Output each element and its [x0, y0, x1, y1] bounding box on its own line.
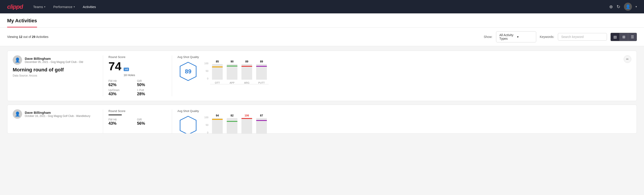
search-input-wrap: [558, 33, 607, 40]
arg-label: ARG: [244, 82, 250, 84]
activity-type-value: All Activity Types: [500, 33, 515, 40]
arg-value-2: 106: [244, 114, 249, 117]
user-details: Dave Billingham December 05, 2021 - Gog …: [25, 57, 83, 64]
user-name: Dave Billingham: [25, 57, 83, 60]
nav-links: Teams ▾ Performance ▾ Activities: [30, 3, 602, 10]
list-dense-view-button[interactable]: ▤: [611, 33, 620, 41]
search-input[interactable]: [558, 33, 607, 40]
fw-hit-label: FW Hit: [108, 80, 132, 82]
round-score-label: Round Score: [108, 55, 161, 59]
arg-bar-container: [242, 64, 252, 80]
user-name-2: Dave Billingham: [25, 111, 90, 114]
keywords-label: Keywords:: [540, 35, 554, 38]
user-info: 👤 Dave Billingham December 05, 2021 - Go…: [13, 55, 92, 65]
quality-title: Avg Shot Quality: [178, 55, 199, 59]
nav-performance[interactable]: Performance ▾: [50, 3, 78, 10]
avatar: 👤: [13, 55, 22, 65]
navbar: clippd Teams ▾ Performance ▾ Activities …: [0, 0, 644, 14]
bar-app-2: 82 APP: [227, 114, 238, 134]
updown-label: Up/Down: [108, 88, 132, 92]
y-axis-2: 100 50 0: [204, 116, 208, 134]
stat-grid-2: FW Hit 43% GIR 56%: [108, 118, 161, 126]
oneputt-label: 1 Putt: [137, 88, 161, 92]
app-logo: clippd: [7, 3, 23, 10]
card-quality: Avg Shot Quality 89: [178, 55, 624, 84]
user-info-2: 👤 Dave Billingham October 16, 2021 - Gog…: [13, 109, 92, 119]
user-date: December 05, 2021 - Gog Magog Golf Club …: [25, 60, 83, 64]
list-icon: ☰: [631, 35, 634, 39]
divider-4: [172, 109, 172, 134]
avatar-2: 👤: [13, 109, 22, 119]
dropdown-chevron-icon: ▾: [517, 35, 533, 38]
app-value: 90: [230, 60, 234, 63]
user-avatar-button[interactable]: 👤: [624, 3, 632, 11]
gir-value-2: 56%: [137, 121, 161, 126]
round-score-label-2: Round Score: [108, 109, 161, 113]
viewing-count-text: Viewing 12 out of 29 Activities: [7, 35, 480, 38]
user-dropdown-chevron[interactable]: ▾: [636, 5, 637, 8]
hexagon-wrap-2: [178, 115, 199, 134]
edit-button[interactable]: ✏: [624, 55, 631, 63]
ott-value-2: 94: [216, 114, 219, 117]
bar-putt: 89 PUTT: [256, 60, 267, 84]
arg-value: 89: [245, 60, 248, 63]
quality-chart-2: 100 50 0 94: [204, 109, 631, 134]
putt-bar-fill: [256, 66, 267, 80]
bar-ott: 85 OTT: [212, 60, 223, 84]
bars-container: 85 OTT 90: [210, 62, 269, 84]
card-quality-2: Avg Shot Quality 100: [178, 109, 631, 134]
main-content: 👤 Dave Billingham December 05, 2021 - Go…: [0, 46, 644, 142]
bar-app: 90 APP: [227, 60, 238, 84]
bar-arg: 89 ARG: [242, 60, 252, 84]
page-title: My Activities: [7, 18, 37, 28]
nav-activities[interactable]: Activities: [80, 3, 99, 10]
y-label-0: 0: [204, 77, 208, 80]
bar-arg-2: 106 ARG: [242, 114, 252, 134]
ott-bar-fill: [212, 66, 223, 80]
updown-value: 43%: [108, 92, 132, 96]
list-view-button[interactable]: ☰: [628, 33, 637, 41]
avatar-icon-2: 👤: [15, 111, 20, 117]
score-row-2: [108, 114, 161, 115]
grid-icon: ⊞: [622, 35, 625, 39]
refresh-button[interactable]: ↻: [616, 4, 620, 9]
grid-view-button[interactable]: ⊞: [620, 33, 628, 41]
nav-teams[interactable]: Teams ▾: [30, 3, 48, 10]
card-stats: Round Score 74 +4 18 Holes FW Hit 62% GI…: [108, 55, 166, 96]
gir-stat-2: GIR 56%: [137, 118, 161, 126]
activity-card: 👤 Dave Billingham December 05, 2021 - Go…: [7, 51, 637, 101]
user-date-2: October 16, 2021 - Gog Magog Golf Club -…: [25, 114, 90, 118]
add-button[interactable]: ⊕: [609, 4, 613, 9]
activity-type-dropdown[interactable]: All Activity Types ▾: [496, 31, 536, 42]
arg-bar-fill: [242, 66, 252, 80]
filters-bar: Viewing 12 out of 29 Activities Show: Al…: [0, 28, 644, 46]
quality-chart: 100 50 0 85: [204, 55, 624, 84]
card-top-row-2: 👤 Dave Billingham October 16, 2021 - Gog…: [13, 109, 631, 134]
divider2: [172, 55, 172, 96]
show-label: Show:: [484, 35, 492, 38]
hexagon: 89: [179, 61, 197, 82]
gir-value: 50%: [137, 82, 161, 87]
user-icon: 👤: [626, 4, 630, 9]
teams-chevron-icon: ▾: [44, 6, 45, 8]
divider-3: [103, 109, 103, 134]
arg-indicator: [242, 66, 252, 67]
oneputt-value: 28%: [137, 92, 161, 96]
user-details-2: Dave Billingham October 16, 2021 - Gog M…: [25, 111, 90, 118]
edit-icon: ✏: [626, 57, 629, 61]
nav-actions: ⊕ ↻ 👤 ▾: [609, 3, 637, 11]
data-source: Data Source: Arccos: [13, 74, 92, 77]
app-indicator: [227, 66, 238, 66]
y-axis: 100 50 0: [204, 62, 208, 84]
stat-grid: FW Hit 62% GIR 50% Up/Down 43% 1 Putt 28…: [108, 80, 161, 96]
page-title-wrap: My Activities: [7, 14, 637, 28]
ott-bar-container: [212, 64, 223, 80]
score-holes: 18 Holes: [124, 74, 135, 77]
fw-hit-stat-2: FW Hit 43%: [108, 118, 132, 126]
score-dash: [108, 114, 122, 115]
gir-label: GIR: [137, 80, 161, 82]
app-label: APP: [230, 82, 234, 84]
quality-title-2: Avg Shot Quality: [178, 109, 199, 113]
card-left: 👤 Dave Billingham December 05, 2021 - Go…: [13, 55, 98, 77]
gir-stat: GIR 50%: [137, 80, 161, 87]
